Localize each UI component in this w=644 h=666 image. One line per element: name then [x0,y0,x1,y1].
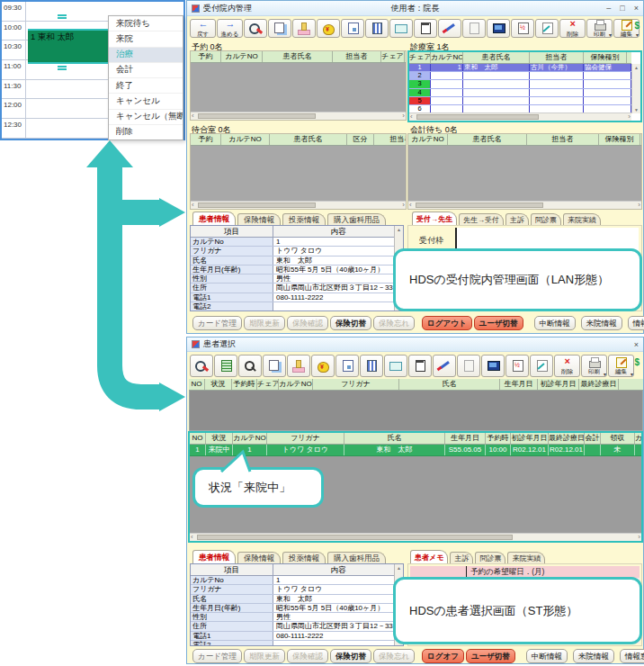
vertical-scrollbar[interactable] [631,64,640,113]
clinic-row[interactable]: 4 [409,89,631,97]
toolbar-note-button[interactable] [389,19,413,38]
tab-0[interactable]: 患者情報 [192,212,236,225]
scrollbar-thumb[interactable] [416,114,539,120]
toolbar-doc-button[interactable] [414,19,437,38]
context-menu-item[interactable]: キャンセル [109,94,183,109]
hide-info-button[interactable]: 情報窓非表示 [620,649,644,663]
renew-button[interactable]: 期限更新 [244,649,285,663]
toolbar-form-button[interactable] [341,19,364,38]
tab-2[interactable]: 投薬情報 [282,552,326,563]
context-menu-item[interactable]: 削除 [109,125,183,140]
context-menu-item[interactable]: 治療 [109,48,183,63]
refresh-icon[interactable]: $ [634,357,640,367]
horizontal-scrollbar[interactable] [408,201,641,209]
tab-3[interactable]: 問診票 [531,213,561,225]
toolbar-print-button[interactable]: 印刷▾ [586,19,613,38]
insurance-forgot-button[interactable]: 保険忘れ [373,316,415,330]
toolbar-search-edit-button[interactable] [244,19,267,38]
insurance-switch-button[interactable]: 保険切替 [330,649,371,663]
toolbar-print-button[interactable]: 印刷▾ [581,355,607,377]
clinic-row[interactable]: 2 [409,72,631,80]
context-menu-item[interactable]: キャンセル（無断） [109,110,183,125]
logout-button[interactable]: ログオフ [422,649,464,663]
dropdown-arrow-icon[interactable]: ▾ [631,371,633,377]
dropdown-arrow-icon[interactable]: ▾ [636,32,639,38]
dropdown-arrow-icon[interactable]: ▾ [604,371,606,377]
horizontal-scrollbar[interactable] [190,533,641,541]
minimize-icon[interactable]: – [606,4,611,13]
toolbar-calc-button[interactable] [511,19,534,38]
scrollbar-thumb[interactable] [416,202,543,208]
toolbar-book-button[interactable] [365,19,389,38]
toolbar-monitor-button[interactable] [481,355,505,377]
horizontal-scrollbar[interactable] [191,112,406,120]
tab-1[interactable]: 先生→受付 [459,213,504,225]
toolbar-page-button[interactable] [457,355,480,377]
insurance-confirm-button[interactable]: 保険確認 [287,316,328,330]
renew-button[interactable]: 期限更新 [244,316,285,330]
clinic-row[interactable]: 3 [409,80,631,88]
tab-2[interactable]: 主訴 [505,213,529,225]
card-manage-button[interactable]: カード管理 [192,316,242,330]
toolbar-cards-button[interactable] [268,19,291,38]
tab-1[interactable]: 主訴 [450,552,473,563]
dropdown-arrow-icon[interactable]: ▾ [609,32,612,38]
toolbar-money-button[interactable] [311,355,335,377]
toolbar-form-button[interactable] [335,355,359,377]
toolbar-magnifier-button[interactable] [238,355,262,377]
horizontal-scrollbar[interactable] [191,201,406,209]
tab-3[interactable]: 購入歯科用品 [327,213,386,225]
toolbar-money-button[interactable] [317,19,340,38]
maximize-icon[interactable]: □ [620,4,624,13]
user-switch-button[interactable]: ユーザ切替 [474,316,523,330]
tab-4[interactable]: 来院実績 [563,213,601,225]
toolbar-list-button[interactable] [214,355,237,377]
context-menu-item[interactable]: 来院 [109,32,183,47]
toolbar-monitor-button[interactable] [487,19,510,38]
toolbar-edit-button[interactable]: 編集▾ [608,355,634,377]
drag-handle-icon[interactable] [58,14,67,19]
interrupt-info-button[interactable]: 中断情報 [526,649,568,663]
toolbar-search-edit-button[interactable] [190,355,213,377]
toolbar-brush-button[interactable] [433,355,456,377]
toolbar-page-button[interactable] [462,19,486,38]
toolbar-brush-button[interactable] [438,19,461,38]
patient-result-row[interactable]: 1来院中1トウワ タロウ東和 太郎S55.05.0510:00R02.12.01… [190,445,641,456]
hide-info-button[interactable]: 情報窓非表示 [628,316,644,330]
user-switch-button[interactable]: ユーザ切替 [466,649,515,663]
clinic-row[interactable]: 6 [409,105,631,112]
logout-button[interactable]: ログアウト [422,316,472,330]
tab-0[interactable]: 受付→先生 [412,212,457,225]
refresh-icon[interactable]: $ [634,21,640,31]
drag-handle-icon[interactable] [58,66,67,70]
card-manage-button[interactable]: カード管理 [192,649,242,663]
scrollbar-thumb[interactable] [198,202,316,208]
interrupt-info-button[interactable]: 中断情報 [534,316,576,330]
horizontal-scrollbar[interactable] [409,112,631,121]
toolbar-delete-button[interactable]: 削除 [554,355,580,377]
insurance-switch-button[interactable]: 保険切替 [330,316,371,330]
toolbar-cards-button[interactable] [263,355,286,377]
tab-3[interactable]: 購入歯科用品 [327,552,386,563]
insurance-forgot-button[interactable]: 保険忘れ [373,649,415,663]
toolbar-pen-button[interactable] [530,355,553,377]
toolbar-stamp-button[interactable] [292,19,316,38]
tab-3[interactable]: 来院実績 [507,552,545,563]
titlebar[interactable]: 患者選択 × [187,338,643,352]
appointment-block[interactable]: 1 東和 太郎 [28,29,108,64]
context-menu-item[interactable]: 終了 [109,78,183,94]
scrollbar-thumb[interactable] [197,535,513,540]
toolbar-delete-button[interactable]: 削除 [559,19,586,38]
tab-0[interactable]: 患者メモ [410,550,448,563]
close-icon[interactable]: × [634,4,639,13]
toolbar-pen-button[interactable] [535,19,559,38]
tab-0[interactable]: 患者情報 [192,550,236,563]
tab-2[interactable]: 問診票 [475,552,505,563]
toolbar-doc-button[interactable] [408,355,432,377]
titlebar[interactable]: 受付院内管理 使用者：院長 – □ × [187,1,643,16]
tab-1[interactable]: 保険情報 [237,213,281,225]
toolbar-forward-button[interactable]: 進める [217,19,243,38]
clinic-row-selected[interactable]: 11東和 太郎古川（今井）協会健保 [409,64,631,72]
visit-info-button[interactable]: 来院情報 [581,316,622,330]
tab-1[interactable]: 保険情報 [237,552,281,563]
